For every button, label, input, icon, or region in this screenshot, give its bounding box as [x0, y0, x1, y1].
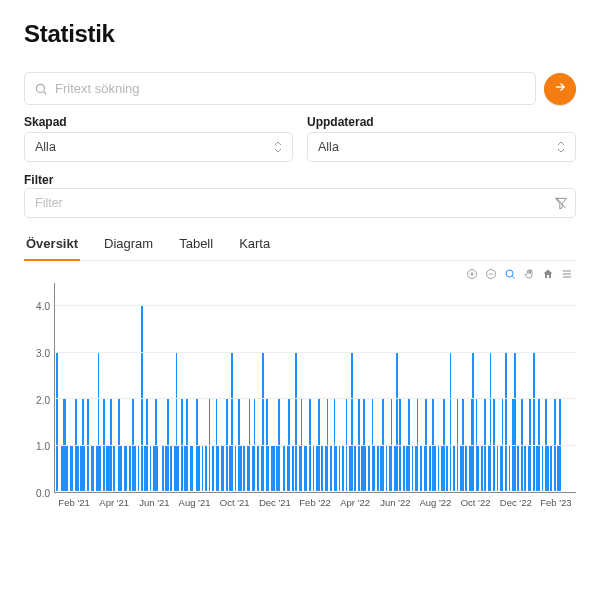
- chart: 0.01.02.03.04.0 Feb '21Apr '21Jun '21Aug…: [24, 283, 576, 513]
- page-title: Statistik: [24, 20, 576, 48]
- tab-oversikt[interactable]: Översikt: [24, 228, 80, 261]
- bar: [517, 445, 519, 491]
- bar: [240, 445, 242, 491]
- y-tick: 4.0: [36, 301, 50, 312]
- plot-area[interactable]: [54, 283, 576, 493]
- tab-diagram[interactable]: Diagram: [102, 228, 155, 261]
- pan-icon[interactable]: [522, 267, 536, 281]
- svg-line-1: [44, 91, 47, 94]
- date-filters-row: Skapad Alla Uppdaterad Alla: [24, 115, 576, 162]
- bar: [450, 352, 452, 491]
- x-tick: Feb '22: [299, 497, 330, 508]
- bar: [268, 445, 270, 491]
- chart-toolbar: [24, 267, 576, 281]
- created-select-value: Alla: [35, 140, 56, 154]
- bar: [205, 445, 207, 491]
- bar: [547, 445, 549, 491]
- y-tick: 2.0: [36, 394, 50, 405]
- bar: [306, 445, 308, 491]
- zoom-select-icon[interactable]: [503, 267, 517, 281]
- bar: [524, 445, 526, 491]
- bar: [368, 445, 370, 491]
- bar: [138, 445, 140, 491]
- bar: [157, 445, 159, 491]
- bar: [198, 445, 200, 491]
- created-field: Skapad Alla: [24, 115, 293, 162]
- y-tick: 1.0: [36, 441, 50, 452]
- x-tick: Dec '21: [259, 497, 291, 508]
- grid-line: [55, 305, 576, 306]
- bar: [295, 352, 297, 491]
- home-icon[interactable]: [541, 267, 555, 281]
- tab-karta[interactable]: Karta: [237, 228, 272, 261]
- bar: [542, 445, 544, 491]
- tab-tabell[interactable]: Tabell: [177, 228, 215, 261]
- bar: [477, 445, 479, 491]
- bar: [481, 445, 483, 491]
- filter-input[interactable]: [24, 188, 576, 218]
- bar: [453, 445, 455, 491]
- bar: [550, 445, 552, 491]
- zoom-out-icon[interactable]: [484, 267, 498, 281]
- svg-line-11: [512, 276, 514, 278]
- search-icon: [34, 82, 48, 96]
- bar: [403, 445, 405, 491]
- x-tick: Feb '21: [58, 497, 89, 508]
- bar: [396, 352, 398, 491]
- x-tick: Oct '21: [220, 497, 250, 508]
- bar: [438, 445, 440, 491]
- x-tick: Jun '21: [139, 497, 169, 508]
- bar: [212, 445, 214, 491]
- bar: [386, 445, 388, 491]
- bar: [365, 445, 367, 491]
- bar: [120, 445, 122, 491]
- bar: [202, 445, 204, 491]
- y-axis: 0.01.02.03.04.0: [24, 283, 52, 493]
- bar: [342, 445, 344, 491]
- search-submit-button[interactable]: [544, 73, 576, 105]
- updated-select[interactable]: Alla: [307, 132, 576, 162]
- grid-line: [55, 445, 576, 446]
- bar: [490, 352, 492, 491]
- updated-select-value: Alla: [318, 140, 339, 154]
- grid-line: [55, 398, 576, 399]
- bar: [514, 352, 516, 491]
- bar: [434, 445, 436, 491]
- x-tick: Aug '21: [179, 497, 211, 508]
- bar: [497, 445, 499, 491]
- updated-field: Uppdaterad Alla: [307, 115, 576, 162]
- bar: [217, 445, 219, 491]
- bar: [170, 445, 172, 491]
- bar: [66, 445, 68, 491]
- bar: [446, 445, 448, 491]
- bar: [273, 445, 275, 491]
- svg-point-10: [506, 270, 513, 277]
- bars-container: [56, 283, 576, 491]
- svg-point-0: [36, 84, 44, 92]
- bar: [465, 445, 467, 491]
- bar: [533, 352, 535, 491]
- bar: [243, 445, 245, 491]
- bar: [77, 445, 79, 491]
- y-tick: 0.0: [36, 488, 50, 499]
- search-row: [24, 72, 576, 105]
- x-tick: Aug '22: [419, 497, 451, 508]
- bar: [150, 445, 152, 491]
- zoom-in-icon[interactable]: [465, 267, 479, 281]
- menu-icon[interactable]: [560, 267, 574, 281]
- x-axis: Feb '21Apr '21Jun '21Aug '21Oct '21Dec '…: [54, 495, 576, 513]
- svg-line-4: [556, 198, 565, 209]
- bar: [125, 445, 127, 491]
- bar: [283, 445, 285, 491]
- bar: [509, 445, 511, 491]
- search-container: [24, 72, 536, 105]
- bar: [177, 445, 179, 491]
- y-tick: 3.0: [36, 348, 50, 359]
- created-select[interactable]: Alla: [24, 132, 293, 162]
- created-label: Skapad: [24, 115, 293, 129]
- filter-clear-icon[interactable]: [554, 196, 568, 210]
- bar: [223, 445, 225, 491]
- bar: [99, 445, 101, 491]
- search-input[interactable]: [24, 72, 536, 105]
- bar: [330, 445, 332, 491]
